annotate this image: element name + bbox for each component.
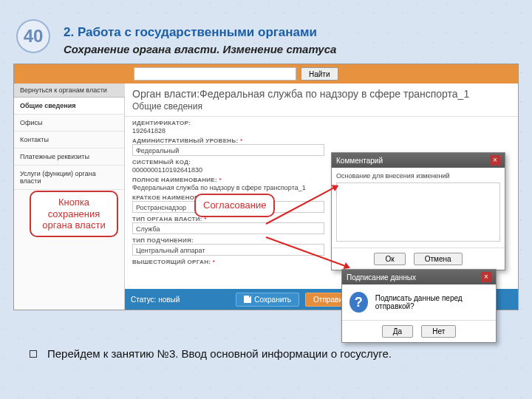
sidebar-item-contacts[interactable]: Контакты — [14, 132, 124, 149]
find-button[interactable]: Найти — [301, 67, 338, 81]
type-field[interactable]: Служба — [132, 222, 324, 234]
id-value: 192641828 — [132, 127, 511, 134]
footer-note: Перейдем к занятию №3. Ввод основной инф… — [30, 347, 392, 360]
slide-subtitle: Сохранение органа власти. Изменение стат… — [64, 43, 336, 55]
sign-no-button[interactable]: Нет — [421, 325, 456, 338]
sub-field[interactable]: Центральный аппарат — [132, 244, 324, 256]
question-icon: ? — [349, 292, 368, 313]
status-label: Статус: новый — [131, 296, 180, 304]
id-label: ИДЕНТИФИКАТОР: — [132, 120, 511, 126]
close-icon[interactable]: × — [490, 155, 500, 166]
footer-note-text: Перейдем к занятию №3. Ввод основной инф… — [47, 347, 392, 360]
admin-level-label: АДМИНИСТРАТИВНЫЙ УРОВЕНЬ: — [132, 137, 511, 144]
sign-dialog: Подписание данных× ? Подписать данные пе… — [341, 269, 497, 343]
comment-dialog: Комментарий× Основание для внесения изме… — [331, 152, 505, 270]
section-title: Общие сведения — [125, 101, 518, 117]
admin-level-field[interactable]: Федеральный — [132, 144, 324, 156]
back-link[interactable]: Вернуться к органам власти — [14, 83, 125, 98]
sign-yes-button[interactable]: Да — [382, 325, 413, 338]
sign-dialog-title: Подписание данных — [347, 273, 416, 282]
search-input[interactable] — [134, 67, 296, 81]
comment-prompt: Основание для внесения изменений — [336, 172, 500, 180]
callout-approval: Согласование — [194, 194, 275, 217]
comment-dialog-title: Комментарий — [336, 157, 383, 165]
sidebar-item-offices[interactable]: Офисы — [14, 115, 124, 132]
sidebar-item-general[interactable]: Общие сведения — [14, 98, 124, 115]
top-toolbar: Найти — [14, 64, 518, 83]
callout-save: Кнопка сохранения органа власти — [30, 191, 118, 237]
save-button-label: Сохранить — [254, 296, 291, 304]
slide-number: 40 — [16, 19, 50, 53]
comment-ok-button[interactable]: Ок — [374, 253, 405, 265]
bullet-icon — [30, 350, 37, 358]
slide-title: 2. Работа с государственными органами — [64, 25, 317, 40]
sidebar-item-payments[interactable]: Платежные реквизиты — [14, 149, 124, 166]
close-icon[interactable]: × — [481, 272, 491, 282]
comment-cancel-button[interactable]: Отмена — [414, 253, 463, 265]
sidebar-item-services[interactable]: Услуги (функции) органа власти — [14, 166, 124, 190]
page-title: Орган власти:Федеральная служба по надзо… — [125, 83, 518, 101]
save-button[interactable]: Сохранить — [236, 293, 299, 307]
save-icon — [244, 296, 251, 303]
sign-message: Подписать данные перед отправкой? — [375, 294, 488, 310]
comment-textarea[interactable] — [336, 183, 500, 242]
